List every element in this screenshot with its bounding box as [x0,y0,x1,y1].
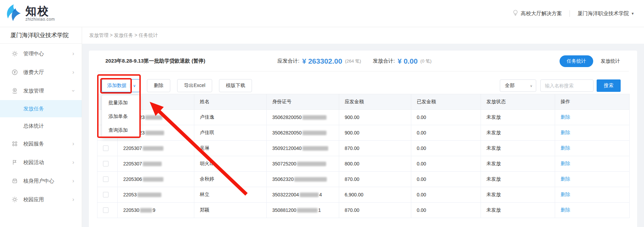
yen-circle-icon [12,69,18,75]
redacted-text [143,177,163,182]
payable-amount: 870.00 [339,141,411,156]
template-download-button[interactable]: 模版下载 [219,79,252,92]
sidebar-item-label: 发放管理 [23,88,72,94]
status-text: 未发放 [481,141,555,156]
delete-row-link[interactable]: 删除 [561,192,570,197]
sidebar-item-management-center[interactable]: 管理中心 › [0,44,82,63]
payable-total-amount: ¥ 263302.00 [302,57,342,65]
gear-icon [12,51,18,57]
col-header-name: 姓名 [194,94,267,110]
paid-total-label: 发放合计: [373,58,395,64]
sidebar-item-payment-hall[interactable]: 缴费大厅 › [0,63,82,82]
table-row: 22053 林立 35032220044 6,900.00 0.00 未发放 删… [97,187,630,203]
sidebar-item-campus-services[interactable]: 校园服务 › [0,134,82,153]
redacted-text [297,162,326,166]
chevron-right-icon: › [72,69,74,75]
task-card: 2023年8.28-9.13第一批助学贷款退款 (暂停) 应发合计: ¥ 263… [89,51,637,227]
sidebar-item-campus-activities[interactable]: 校园活动 › [0,153,82,172]
redacted-text [143,146,163,151]
tab-task-statistics[interactable]: 任务统计 [560,55,593,67]
row-checkbox[interactable] [103,176,108,182]
paid-total-count: (0 笔) [421,58,432,64]
school-account-menu[interactable]: 厦门海洋职业技术学院 ▼ [570,10,634,17]
chevron-down-icon: ▼ [631,12,634,15]
search-button[interactable]: 搜索 [597,79,621,92]
redacted-text [145,131,164,135]
status-text: 未发放 [481,156,555,172]
redacted-text [137,193,161,197]
student-name: 郑颖 [194,203,267,218]
row-checkbox[interactable] [103,161,108,166]
menu-item-add-single[interactable]: 添加单条 [102,110,140,123]
status-filter-select[interactable]: 全部 ∨ [500,79,536,92]
add-data-button[interactable]: 添加数据 ∨ [102,79,140,92]
delete-row-link[interactable]: 删除 [561,161,570,166]
status-text: 未发放 [481,203,555,218]
sidebar-item-label: 校园活动 [23,159,72,166]
sidebar-item-overall-statistics[interactable]: 总体统计 [0,117,82,134]
payable-amount: 870.00 [339,203,411,218]
sidebar-item-identity-user-center[interactable]: 核身用户中心 › [0,172,82,190]
sidebar-item-label: 发放任务 [23,106,44,112]
export-excel-button[interactable]: 导出Excel [177,79,212,92]
status-text: 未发放 [481,110,555,125]
search-input[interactable] [540,79,594,92]
row-checkbox[interactable] [103,192,108,197]
col-header-payable-amount: 应发金额 [339,94,411,110]
paid-amount: 0.00 [411,110,481,125]
status-filter-value: 全部 [505,83,515,89]
delete-row-link[interactable]: 删除 [561,207,570,213]
paid-amount: 0.00 [411,141,481,156]
sidebar-item-campus-apps[interactable]: 校园应用 › [0,190,82,209]
flag-icon [12,159,18,165]
table-header-row: 工号 姓名 身份证号 应发金额 已发金额 发放状态 操作 [97,94,630,110]
payable-amount: 6,900.00 [339,187,411,203]
sidebar: 厦门海洋职业技术学院 管理中心 › 缴费大厅 › [0,27,82,227]
payable-amount: 900.00 [339,125,411,141]
student-name: 吴琳 [194,141,267,156]
redacted-text [300,193,319,197]
id-card-number: 350881200 [272,207,296,213]
hand-coin-icon [12,88,18,94]
id-card-number-suffix: 1 [318,207,321,213]
solution-label: 高校大厅解决方案 [521,10,562,17]
delete-row-link[interactable]: 删除 [561,145,570,151]
payable-total-label: 应发合计: [277,58,299,64]
menu-item-query-add[interactable]: 查询添加 [102,123,140,137]
redacted-text [294,177,327,182]
solution-link[interactable]: 高校大厅解决方案 [513,10,570,18]
sidebar-item-distribution-management[interactable]: 发放管理 › [0,82,82,100]
content-area: 2023年8.28-9.13第一批助学贷款退款 (暂停) 应发合计: ¥ 263… [82,44,644,227]
row-checkbox[interactable] [103,145,108,151]
sidebar-item-distribution-tasks[interactable]: 发放任务 [0,100,82,117]
paid-amount: 0.00 [411,172,481,187]
brand-name: 知校 [25,6,55,17]
menu-item-batch-add[interactable]: 批量添加 [102,96,140,110]
col-header-actions: 操作 [555,94,630,110]
add-data-dropdown-menu: 批量添加 添加单条 查询添加 [102,95,140,138]
tab-distribution-statistics[interactable]: 发放统计 [601,58,620,64]
id-card-number: 35062820050 [272,115,302,120]
row-checkbox[interactable] [103,207,108,213]
payable-amount: 900.00 [339,110,411,125]
chevron-right-icon: › [72,141,74,147]
records-table: 工号 姓名 身份证号 应发金额 已发金额 发放状态 操作 19202023 卢佳… [97,94,630,218]
id-card-number: 35062320 [272,176,294,182]
employee-id-suffix: 9 [153,207,156,213]
status-text: 未发放 [481,187,555,203]
delete-row-link[interactable]: 删除 [561,114,570,120]
chevron-down-icon[interactable]: ∨ [130,84,139,88]
delete-button[interactable]: 删除 [147,79,170,92]
chevron-right-icon: › [72,51,74,57]
table-row: 19202023 卢佳逸 35062820050 900.00 0.00 未发放… [97,110,630,125]
top-bar: 知校 zhizhixiao.com 高校大厅解决方案 厦门海洋职业技术学院 ▼ [0,0,644,27]
employee-id: 2205307 [123,161,142,166]
status-text: 未发放 [481,125,555,141]
delete-row-link[interactable]: 删除 [561,130,570,135]
employee-id: 2205306 [123,176,142,182]
delete-row-link[interactable]: 删除 [561,176,570,182]
table-row: 2205307 胡火珠 350725200 800.00 0.00 未发放 删除 [97,156,630,172]
student-name: 余秋婷 [194,172,267,187]
payable-amount: 870.00 [339,172,411,187]
redacted-text [297,208,318,213]
